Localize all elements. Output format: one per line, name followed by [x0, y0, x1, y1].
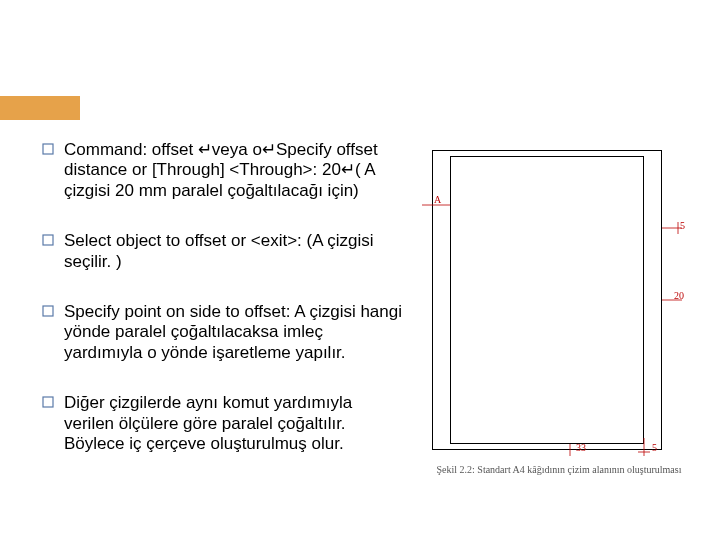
dim-label-a: A	[434, 194, 441, 205]
list-item: Select object to offset or <exit>: (A çi…	[42, 231, 402, 272]
list-item-text: Select object to offset or <exit>: (A çi…	[64, 231, 402, 272]
dimension-marks-icon	[420, 150, 698, 458]
bullet-icon	[42, 234, 64, 250]
list-item: Diğer çizgilerde aynı komut yardımıyla v…	[42, 393, 402, 454]
dim-label-5a: 5	[680, 220, 685, 231]
list-item: Command: offset ↵veya o↵Specify offset d…	[42, 140, 402, 201]
svg-rect-0	[43, 144, 53, 154]
svg-rect-3	[43, 397, 53, 407]
list-item-text: Diğer çizgilerde aynı komut yardımıyla v…	[64, 393, 402, 454]
list-item: Specify point on side to offset: A çizgi…	[42, 302, 402, 363]
list-item-text: Command: offset ↵veya o↵Specify offset d…	[64, 140, 402, 201]
accent-bar	[0, 96, 80, 120]
bullet-icon	[42, 143, 64, 159]
figure-caption: Şekil 2.2: Standart A4 kâğıdının çizim a…	[420, 464, 698, 475]
svg-rect-1	[43, 235, 53, 245]
dim-label-5b: 5	[652, 442, 657, 453]
bullet-icon	[42, 396, 64, 412]
figure: A 5 20 33 5 Şekil 2.2: Standart A4 kâğıd…	[420, 150, 700, 475]
svg-rect-2	[43, 306, 53, 316]
bullet-list: Command: offset ↵veya o↵Specify offset d…	[42, 140, 402, 484]
list-item-text: Specify point on side to offset: A çizgi…	[64, 302, 402, 363]
diagram: A 5 20 33 5	[420, 150, 698, 458]
bullet-icon	[42, 305, 64, 321]
dim-label-20: 20	[674, 290, 684, 301]
dim-label-33: 33	[576, 442, 586, 453]
